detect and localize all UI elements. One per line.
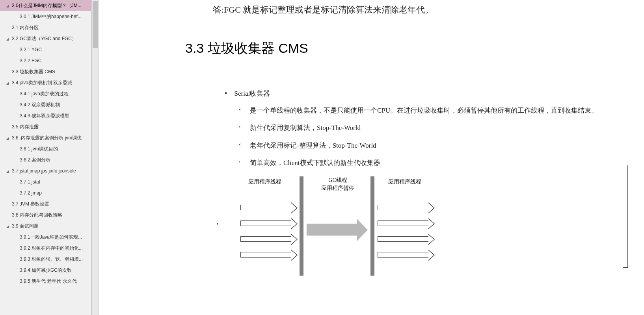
- gc-thread-arrow: [307, 224, 357, 235]
- toc-item[interactable]: 3.4 java类加载机制 双亲委派: [0, 77, 91, 88]
- toc-item[interactable]: 3.1 内存分区: [0, 22, 91, 33]
- toc-item[interactable]: 3.9.5 新生代 老年代 永久代: [0, 276, 91, 287]
- app-thread-arrow: [378, 236, 429, 242]
- toc-item[interactable]: 3.0什么是JMM内存模型？（JM...: [0, 0, 91, 11]
- barrier-left: [300, 176, 303, 276]
- serial-collector-diagram: 应用程序线程 GC线程 应用程序暂停 应用程序线程: [236, 176, 473, 279]
- toc-item[interactable]: 3.6.1 jvm调优目的: [0, 143, 91, 154]
- gc-thread-label: GC线程: [328, 177, 347, 183]
- toc-item[interactable]: 3.4.3 破坏双亲委派模型: [0, 110, 91, 121]
- diagram-mid-label: GC线程 应用程序暂停: [321, 176, 354, 192]
- toc-item[interactable]: 3.3 垃圾收集器 CMS: [0, 66, 91, 77]
- toc-item[interactable]: 3.9.4 如何减少GC的次数: [0, 265, 91, 276]
- pause-label: 应用程序暂停: [321, 185, 354, 191]
- diagram-right-label: 应用程序线程: [388, 178, 421, 186]
- section-heading: 3.3 垃圾收集器 CMS: [185, 39, 644, 57]
- diagram-left-label: 应用程序线程: [248, 178, 281, 186]
- bullet-title: Serial收集器: [225, 89, 644, 98]
- toc-item[interactable]: 3.9 面试问题: [0, 220, 91, 232]
- toc-item[interactable]: 3.2.1 YGC: [0, 44, 91, 55]
- toc-item[interactable]: 3.7.1 jstat: [0, 176, 91, 187]
- document-content: 答:FGC 就是标记整理或者是标记清除算法来清除老年代。 3.3 垃圾收集器 C…: [99, 0, 644, 315]
- toc-item[interactable]: 3.9.1一般Java堆是如何实现...: [0, 232, 91, 243]
- toc-item[interactable]: 3.4.1 java类加载的过程: [0, 88, 91, 99]
- side-marker: ‹: [217, 220, 218, 226]
- toc-item[interactable]: 3.2 GC算法（YGC and FGC）: [0, 33, 91, 44]
- sub-bullet: 简单高效，Client模式下默认的新生代收集器: [239, 157, 644, 169]
- sub-bullet: 是一个单线程的收集器，不是只能使用一个CPU。在进行垃圾收集时，必须暂停其他所有…: [239, 104, 644, 117]
- app-thread-arrow: [378, 220, 429, 226]
- toc-item[interactable]: 3.8 内存分配与回收策略: [0, 209, 91, 220]
- sub-bullet: 新生代采用复制算法，Stop-The-World: [239, 122, 644, 134]
- toc-item[interactable]: 3.7.2 jmap: [0, 187, 91, 198]
- toc-item[interactable]: 3.2.2 FGC: [0, 55, 91, 66]
- scrollbar-thumb[interactable]: [93, 1, 98, 48]
- app-thread-arrow: [378, 252, 429, 258]
- toc-sidebar[interactable]: 3.0什么是JMM内存模型？（JM...3.0.1 JMM中的happens-b…: [0, 0, 91, 315]
- sub-bullet: 老年代采用标记-整理算法，Stop-The-World: [239, 139, 644, 152]
- sub-bullets: 是一个单线程的收集器，不是只能使用一个CPU。在进行垃圾收集时，必须暂停其他所有…: [239, 104, 644, 169]
- app-thread-arrow: [240, 236, 292, 242]
- toc-item[interactable]: 3.9.3 对象的强、软、弱和虚...: [0, 254, 91, 265]
- bullet-section: Serial收集器 是一个单线程的收集器，不是只能使用一个CPU。在进行垃圾收集…: [225, 89, 644, 169]
- toc-item[interactable]: 3.7 JVM 参数设置: [0, 198, 91, 209]
- toc-item[interactable]: 3.0.1 JMM中的happens-bef...: [0, 11, 91, 22]
- answer-text: 答:FGC 就是标记整理或者是标记清除算法来清除老年代。: [213, 4, 644, 16]
- toc-item[interactable]: 3.7 jstat jmap jps jinfo jconsole: [0, 165, 91, 176]
- corner-mark: [623, 165, 628, 268]
- bullet-title-text: Serial收集器: [235, 90, 270, 97]
- toc-item[interactable]: 3.4.2 双亲委派机制: [0, 99, 91, 110]
- app-thread-arrow: [240, 205, 292, 210]
- scrollbar[interactable]: [91, 0, 99, 315]
- toc-item[interactable]: 3.6.2 案例分析: [0, 154, 91, 165]
- app-thread-arrow: [240, 220, 292, 226]
- toc-item[interactable]: 3.6 .内存泄露的案例分析 jvm调优: [0, 132, 91, 143]
- app-thread-arrow: [378, 205, 429, 210]
- app-thread-arrow: [240, 252, 292, 258]
- barrier-right: [370, 176, 374, 276]
- toc-item[interactable]: 3.5 内存泄露: [0, 121, 91, 132]
- toc-item[interactable]: 3.9.2 对象在内存中的初始化...: [0, 243, 91, 254]
